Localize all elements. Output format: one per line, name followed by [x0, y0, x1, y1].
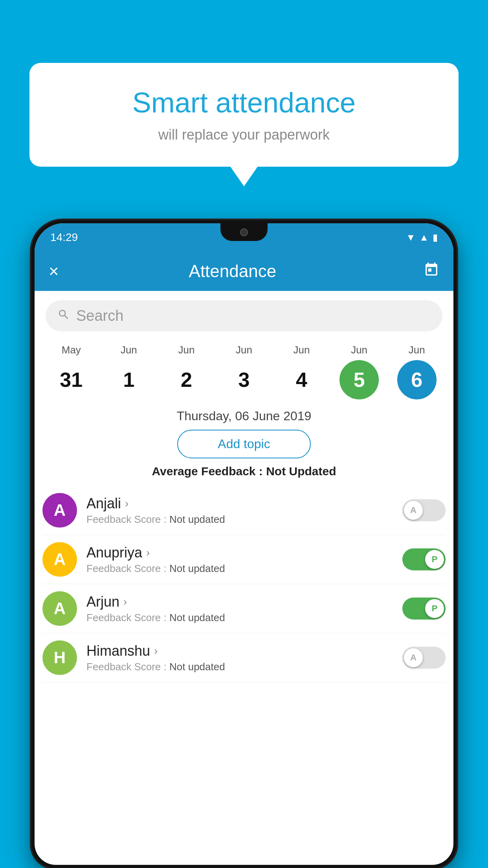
student-feedback: Feedback Score : Not updated: [86, 661, 402, 673]
toggle-track[interactable]: A: [402, 499, 446, 521]
student-list: AAnjali ›Feedback Score : Not updatedAAA…: [35, 486, 453, 682]
calendar-day-0[interactable]: May31: [48, 344, 95, 399]
student-info: Anjali ›Feedback Score : Not updated: [86, 495, 402, 526]
toggle-track[interactable]: P: [402, 598, 446, 620]
student-info: Anupriya ›Feedback Score : Not updated: [86, 544, 402, 575]
chevron-icon: ›: [146, 546, 150, 559]
cal-num-label: 2: [167, 360, 206, 399]
cal-month-label: Jun: [294, 344, 310, 356]
cal-num-label: 31: [51, 360, 91, 399]
cal-month-label: May: [62, 344, 81, 356]
cal-month-label: Jun: [351, 344, 367, 356]
camera-dot: [240, 228, 248, 236]
student-name[interactable]: Arjun ›: [86, 594, 402, 610]
student-name[interactable]: Himanshu ›: [86, 643, 402, 659]
toggle-thumb: A: [404, 501, 423, 520]
student-feedback: Feedback Score : Not updated: [86, 513, 402, 526]
attendance-toggle[interactable]: A: [402, 647, 446, 669]
student-info: Arjun ›Feedback Score : Not updated: [86, 594, 402, 624]
chevron-icon: ›: [123, 596, 127, 608]
toggle-track[interactable]: P: [402, 548, 446, 570]
app-bar: × Attendance: [35, 252, 453, 291]
selected-date: Thursday, 06 June 2019: [35, 409, 453, 423]
bubble-subtitle: will replace your paperwork: [53, 127, 435, 143]
battery-icon: ▮: [433, 232, 438, 243]
cal-month-label: Jun: [121, 344, 137, 356]
cal-num-label: 6: [397, 360, 437, 399]
student-item: HHimanshu ›Feedback Score : Not updatedA: [42, 633, 446, 682]
student-name[interactable]: Anjali ›: [86, 495, 402, 512]
chevron-icon: ›: [125, 497, 128, 510]
bubble-title: Smart attendance: [53, 86, 435, 119]
phone-frame: 14:29 ▼ ▲ ▮ × Attendance: [31, 220, 457, 868]
cal-num-label: 1: [109, 360, 149, 399]
student-avatar: H: [42, 640, 77, 675]
cal-month-label: Jun: [178, 344, 194, 356]
calendar-strip: May31Jun1Jun2Jun3Jun4Jun5Jun6: [35, 338, 453, 399]
student-item: AAnupriya ›Feedback Score : Not updatedP: [42, 535, 446, 584]
toggle-thumb: P: [425, 550, 444, 569]
phone-inner: 14:29 ▼ ▲ ▮ × Attendance: [35, 223, 453, 865]
status-bar: 14:29 ▼ ▲ ▮: [35, 223, 453, 252]
status-icons: ▼ ▲ ▮: [406, 232, 438, 243]
status-time: 14:29: [50, 231, 78, 244]
calendar-day-2[interactable]: Jun2: [163, 344, 210, 399]
cal-month-label: Jun: [409, 344, 425, 356]
student-feedback: Feedback Score : Not updated: [86, 563, 402, 575]
add-topic-button[interactable]: Add topic: [177, 430, 311, 458]
calendar-day-3[interactable]: Jun3: [220, 344, 268, 399]
attendance-toggle[interactable]: P: [402, 548, 446, 570]
student-feedback: Feedback Score : Not updated: [86, 612, 402, 624]
calendar-day-6[interactable]: Jun6: [393, 344, 440, 399]
search-bar[interactable]: Search: [46, 300, 442, 331]
toggle-track[interactable]: A: [402, 647, 446, 669]
wifi-icon: ▼: [406, 232, 415, 243]
feedback-average: Average Feedback : Not Updated: [35, 465, 453, 478]
calendar-icon[interactable]: [424, 262, 439, 281]
student-avatar: A: [42, 493, 77, 528]
cal-num-label: 4: [282, 360, 321, 399]
calendar-day-5[interactable]: Jun5: [336, 344, 383, 399]
attendance-toggle[interactable]: P: [402, 598, 446, 620]
cal-num-label: 3: [224, 360, 264, 399]
cal-month-label: Jun: [236, 344, 252, 356]
search-icon: [57, 308, 70, 324]
search-placeholder: Search: [76, 307, 123, 324]
calendar-day-4[interactable]: Jun4: [278, 344, 325, 399]
app-bar-title: Attendance: [42, 261, 424, 281]
student-name[interactable]: Anupriya ›: [86, 544, 402, 561]
cal-num-label: 5: [339, 360, 379, 399]
toggle-thumb: A: [404, 648, 423, 667]
chevron-icon: ›: [154, 645, 158, 657]
app-content: Search May31Jun1Jun2Jun3Jun4Jun5Jun6 Thu…: [35, 291, 453, 682]
student-avatar: A: [42, 591, 77, 626]
student-avatar: A: [42, 542, 77, 577]
calendar-day-1[interactable]: Jun1: [105, 344, 152, 399]
attendance-toggle[interactable]: A: [402, 499, 446, 521]
signal-icon: ▲: [419, 232, 429, 243]
student-item: AArjun ›Feedback Score : Not updatedP: [42, 584, 446, 633]
student-info: Himanshu ›Feedback Score : Not updated: [86, 643, 402, 673]
toggle-thumb: P: [425, 599, 444, 618]
notch: [220, 223, 268, 241]
student-item: AAnjali ›Feedback Score : Not updatedA: [42, 486, 446, 535]
speech-bubble: Smart attendance will replace your paper…: [29, 63, 459, 167]
